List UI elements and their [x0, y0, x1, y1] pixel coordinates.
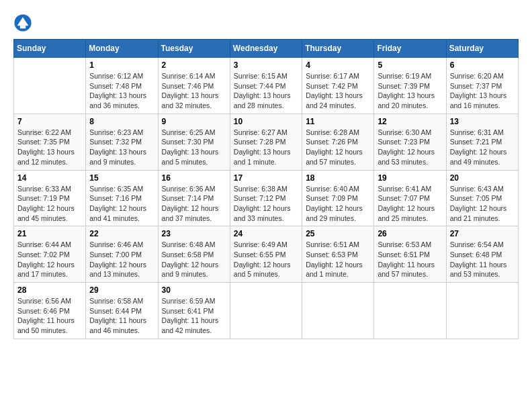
day-number: 24	[234, 229, 298, 238]
calendar-cell: 23Sunrise: 6:48 AM Sunset: 6:58 PM Dayli…	[158, 226, 230, 283]
calendar-cell: 19Sunrise: 6:41 AM Sunset: 7:07 PM Dayli…	[374, 170, 446, 226]
col-header-thursday: Thursday	[302, 40, 374, 58]
calendar-table: SundayMondayTuesdayWednesdayThursdayFrid…	[13, 39, 519, 339]
header-row: SundayMondayTuesdayWednesdayThursdayFrid…	[14, 40, 519, 58]
calendar-week-5: 28Sunrise: 6:56 AM Sunset: 6:46 PM Dayli…	[14, 283, 519, 339]
calendar-week-4: 21Sunrise: 6:44 AM Sunset: 7:02 PM Dayli…	[14, 226, 519, 283]
calendar-week-2: 7Sunrise: 6:22 AM Sunset: 7:35 PM Daylig…	[14, 113, 519, 170]
day-info: Sunrise: 6:43 AM Sunset: 7:05 PM Dayligh…	[450, 184, 515, 224]
calendar-cell	[14, 58, 86, 114]
calendar-cell: 22Sunrise: 6:46 AM Sunset: 7:00 PM Dayli…	[86, 226, 158, 283]
day-number: 1	[89, 60, 154, 70]
calendar-cell: 18Sunrise: 6:40 AM Sunset: 7:09 PM Dayli…	[302, 170, 374, 226]
day-info: Sunrise: 6:44 AM Sunset: 7:02 PM Dayligh…	[17, 240, 82, 279]
calendar-week-1: 1Sunrise: 6:12 AM Sunset: 7:48 PM Daylig…	[14, 58, 519, 114]
day-info: Sunrise: 6:48 AM Sunset: 6:58 PM Dayligh…	[162, 240, 226, 279]
day-info: Sunrise: 6:38 AM Sunset: 7:12 PM Dayligh…	[234, 184, 298, 224]
calendar-cell: 11Sunrise: 6:28 AM Sunset: 7:26 PM Dayli…	[302, 113, 374, 170]
calendar-cell: 2Sunrise: 6:14 AM Sunset: 7:46 PM Daylig…	[158, 58, 230, 114]
day-number: 26	[378, 229, 442, 238]
day-number: 3	[234, 60, 298, 70]
day-info: Sunrise: 6:27 AM Sunset: 7:28 PM Dayligh…	[234, 128, 298, 167]
day-number: 10	[234, 117, 298, 126]
calendar-cell: 3Sunrise: 6:15 AM Sunset: 7:44 PM Daylig…	[230, 58, 302, 114]
calendar-cell: 1Sunrise: 6:12 AM Sunset: 7:48 PM Daylig…	[86, 58, 158, 114]
day-number: 22	[89, 229, 154, 238]
calendar-cell: 29Sunrise: 6:58 AM Sunset: 6:44 PM Dayli…	[86, 283, 158, 339]
day-info: Sunrise: 6:59 AM Sunset: 6:41 PM Dayligh…	[162, 296, 226, 336]
day-info: Sunrise: 6:49 AM Sunset: 6:55 PM Dayligh…	[234, 240, 298, 279]
day-number: 27	[450, 229, 515, 238]
col-header-monday: Monday	[86, 40, 158, 58]
day-info: Sunrise: 6:33 AM Sunset: 7:19 PM Dayligh…	[17, 184, 82, 224]
day-number: 21	[17, 229, 82, 238]
calendar-cell: 13Sunrise: 6:31 AM Sunset: 7:21 PM Dayli…	[446, 113, 518, 170]
day-info: Sunrise: 6:31 AM Sunset: 7:21 PM Dayligh…	[450, 128, 515, 167]
day-number: 23	[162, 229, 226, 238]
calendar-cell: 5Sunrise: 6:19 AM Sunset: 7:39 PM Daylig…	[374, 58, 446, 114]
day-number: 30	[162, 285, 226, 295]
day-number: 15	[89, 173, 154, 183]
col-header-tuesday: Tuesday	[158, 40, 230, 58]
col-header-sunday: Sunday	[14, 40, 86, 58]
calendar-cell: 7Sunrise: 6:22 AM Sunset: 7:35 PM Daylig…	[14, 113, 86, 170]
calendar-cell: 26Sunrise: 6:53 AM Sunset: 6:51 PM Dayli…	[374, 226, 446, 283]
calendar-cell: 8Sunrise: 6:23 AM Sunset: 7:32 PM Daylig…	[86, 113, 158, 170]
calendar-cell: 4Sunrise: 6:17 AM Sunset: 7:42 PM Daylig…	[302, 58, 374, 114]
calendar-cell: 30Sunrise: 6:59 AM Sunset: 6:41 PM Dayli…	[158, 283, 230, 339]
calendar-week-3: 14Sunrise: 6:33 AM Sunset: 7:19 PM Dayli…	[14, 170, 519, 226]
logo	[13, 13, 35, 32]
day-number: 25	[306, 229, 370, 238]
day-number: 8	[89, 117, 154, 126]
day-number: 17	[234, 173, 298, 183]
calendar-cell	[302, 283, 374, 339]
day-number: 9	[162, 117, 226, 126]
day-info: Sunrise: 6:14 AM Sunset: 7:46 PM Dayligh…	[162, 71, 226, 111]
day-info: Sunrise: 6:53 AM Sunset: 6:51 PM Dayligh…	[378, 240, 442, 279]
col-header-friday: Friday	[374, 40, 446, 58]
day-info: Sunrise: 6:12 AM Sunset: 7:48 PM Dayligh…	[89, 71, 154, 111]
day-number: 5	[378, 60, 442, 70]
day-number: 28	[17, 285, 82, 295]
col-header-wednesday: Wednesday	[230, 40, 302, 58]
logo-icon	[13, 13, 32, 32]
day-number: 13	[450, 117, 515, 126]
calendar-cell: 25Sunrise: 6:51 AM Sunset: 6:53 PM Dayli…	[302, 226, 374, 283]
day-number: 20	[450, 173, 515, 183]
calendar-cell	[230, 283, 302, 339]
day-info: Sunrise: 6:19 AM Sunset: 7:39 PM Dayligh…	[378, 71, 442, 111]
calendar-cell: 21Sunrise: 6:44 AM Sunset: 7:02 PM Dayli…	[14, 226, 86, 283]
day-info: Sunrise: 6:58 AM Sunset: 6:44 PM Dayligh…	[89, 296, 154, 336]
day-info: Sunrise: 6:20 AM Sunset: 7:37 PM Dayligh…	[450, 71, 515, 111]
day-number: 11	[306, 117, 370, 126]
calendar-cell: 6Sunrise: 6:20 AM Sunset: 7:37 PM Daylig…	[446, 58, 518, 114]
day-info: Sunrise: 6:30 AM Sunset: 7:23 PM Dayligh…	[378, 128, 442, 167]
day-info: Sunrise: 6:22 AM Sunset: 7:35 PM Dayligh…	[17, 128, 82, 167]
day-info: Sunrise: 6:15 AM Sunset: 7:44 PM Dayligh…	[234, 71, 298, 111]
day-number: 18	[306, 173, 370, 183]
calendar-cell: 28Sunrise: 6:56 AM Sunset: 6:46 PM Dayli…	[14, 283, 86, 339]
calendar-cell	[446, 283, 518, 339]
day-number: 16	[162, 173, 226, 183]
svg-rect-2	[20, 26, 26, 28]
day-info: Sunrise: 6:40 AM Sunset: 7:09 PM Dayligh…	[306, 184, 370, 224]
calendar-cell: 16Sunrise: 6:36 AM Sunset: 7:14 PM Dayli…	[158, 170, 230, 226]
day-info: Sunrise: 6:51 AM Sunset: 6:53 PM Dayligh…	[306, 240, 370, 279]
day-number: 12	[378, 117, 442, 126]
calendar-cell: 17Sunrise: 6:38 AM Sunset: 7:12 PM Dayli…	[230, 170, 302, 226]
day-info: Sunrise: 6:46 AM Sunset: 7:00 PM Dayligh…	[89, 240, 154, 279]
day-info: Sunrise: 6:54 AM Sunset: 6:48 PM Dayligh…	[450, 240, 515, 279]
day-number: 29	[89, 285, 154, 295]
day-info: Sunrise: 6:23 AM Sunset: 7:32 PM Dayligh…	[89, 128, 154, 167]
calendar-cell	[374, 283, 446, 339]
calendar-cell: 20Sunrise: 6:43 AM Sunset: 7:05 PM Dayli…	[446, 170, 518, 226]
day-info: Sunrise: 6:41 AM Sunset: 7:07 PM Dayligh…	[378, 184, 442, 224]
day-number: 2	[162, 60, 226, 70]
day-number: 14	[17, 173, 82, 183]
calendar-cell: 27Sunrise: 6:54 AM Sunset: 6:48 PM Dayli…	[446, 226, 518, 283]
day-info: Sunrise: 6:35 AM Sunset: 7:16 PM Dayligh…	[89, 184, 154, 224]
day-number: 7	[17, 117, 82, 126]
calendar-cell: 15Sunrise: 6:35 AM Sunset: 7:16 PM Dayli…	[86, 170, 158, 226]
col-header-saturday: Saturday	[446, 40, 518, 58]
calendar-cell: 12Sunrise: 6:30 AM Sunset: 7:23 PM Dayli…	[374, 113, 446, 170]
